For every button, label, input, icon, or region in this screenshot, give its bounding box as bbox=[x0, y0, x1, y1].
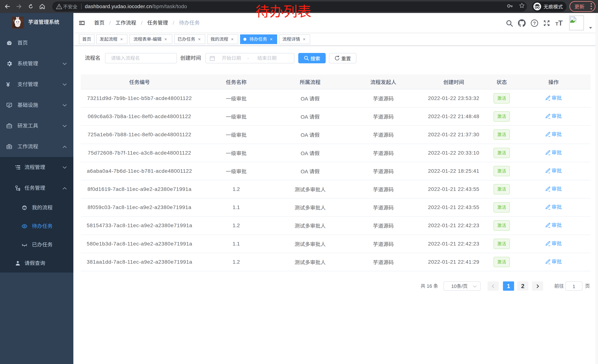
svg-text:?: ? bbox=[533, 21, 536, 26]
svg-text:T: T bbox=[555, 21, 558, 27]
svg-text:T: T bbox=[558, 19, 563, 27]
